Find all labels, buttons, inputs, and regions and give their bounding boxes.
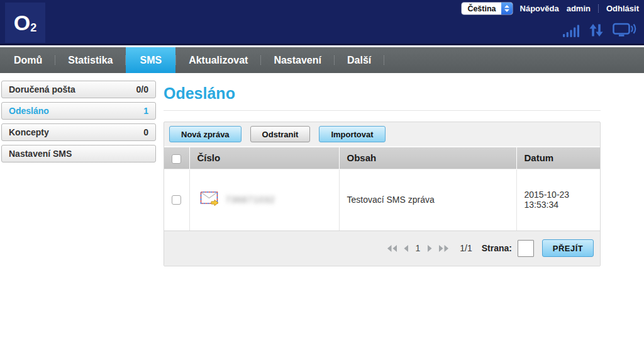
sidebar-item-nastaveni-sms[interactable]: Nastavení SMS: [1, 145, 156, 162]
sidebar-item-dorucena-posta[interactable]: Doručená pošta 0/0: [1, 81, 156, 98]
next-page-icon[interactable]: [427, 244, 433, 253]
select-stepper-icon: [501, 3, 513, 14]
delete-button[interactable]: Odstranit: [250, 126, 311, 142]
nav-item-aktualizovat[interactable]: Aktualizovat: [176, 47, 260, 73]
current-page: 1: [416, 243, 421, 253]
sidebar-item-count: 0/0: [136, 84, 148, 94]
toolbar: Nová zpráva Odstranit Importovat: [164, 122, 600, 147]
language-select-value: Čeština: [467, 4, 501, 13]
sidebar-item-label: Doručená pošta: [9, 84, 75, 94]
sms-table: Číslo Obsah Datum: [164, 147, 600, 231]
row-number-cell[interactable]: 736871032: [189, 169, 339, 230]
logout-link[interactable]: Odhlásit: [606, 4, 639, 13]
sidebar-item-count: 1: [143, 106, 148, 116]
sms-panel: Nová zpráva Odstranit Importovat Číslo O…: [164, 122, 601, 266]
last-page-icon[interactable]: [438, 244, 449, 253]
row-date-cell: 2015-10-23 13:53:34: [516, 169, 600, 230]
column-header-datum: Datum: [516, 147, 600, 169]
nav-item-domu[interactable]: Domů: [1, 47, 55, 73]
page-input[interactable]: [518, 240, 534, 257]
user-label: admin: [567, 4, 591, 13]
title-divider: [164, 110, 601, 111]
main-nav: Domů Statistika SMS Aktualizovat Nastave…: [0, 47, 644, 73]
sms-sidebar: Doručená pošta 0/0 Odesláno 1 Koncepty 0…: [1, 81, 156, 166]
row-content-cell[interactable]: Testovací SMS zpráva: [339, 169, 516, 230]
updown-traffic-icon: [589, 23, 604, 40]
sms-number-blurred: 736871032: [226, 195, 275, 205]
sidebar-item-odeslano[interactable]: Odesláno 1: [1, 102, 156, 120]
column-header-cislo: Číslo: [189, 147, 339, 169]
device-wireless-icon: [613, 23, 636, 40]
import-button[interactable]: Importovat: [319, 126, 385, 142]
main-content: Odesláno Nová zpráva Odstranit Importova…: [164, 81, 601, 266]
header-links: Čeština Nápověda admin Odhlásit: [462, 3, 639, 14]
page-input-label: Strana:: [482, 243, 512, 253]
table-header-row: Číslo Obsah Datum: [164, 147, 600, 169]
sidebar-item-koncepty[interactable]: Koncepty 0: [1, 123, 156, 141]
select-all-header: [164, 147, 189, 169]
nav-item-statistika[interactable]: Statistika: [55, 47, 125, 73]
nav-item-nastaveni[interactable]: Nastavení: [261, 47, 334, 73]
nav-item-dalsi[interactable]: Další: [335, 47, 384, 73]
sidebar-item-label: Nastavení SMS: [9, 149, 72, 159]
page-total: 1/1: [460, 243, 472, 253]
prev-page-icon[interactable]: [403, 244, 409, 253]
sidebar-item-label: Odesláno: [9, 106, 49, 116]
signal-strength-icon: [563, 25, 580, 40]
sidebar-item-count: 0: [143, 127, 148, 137]
status-icons: [563, 23, 636, 40]
new-message-button[interactable]: Nová zpráva: [169, 126, 242, 142]
table-row: 736871032 Testovací SMS zpráva 2015-10-2…: [164, 169, 600, 230]
header-separator: [598, 4, 599, 13]
row-checkbox[interactable]: [172, 195, 181, 205]
o2-logo: O2: [5, 3, 45, 43]
column-header-obsah: Obsah: [339, 147, 516, 169]
top-header: O2 Čeština Nápověda admin Odhlásit: [0, 0, 644, 45]
help-link[interactable]: Nápověda: [520, 4, 559, 13]
page-title: Odesláno: [164, 84, 601, 103]
first-page-icon[interactable]: [387, 244, 397, 253]
sent-message-icon: [200, 190, 219, 209]
language-select[interactable]: Čeština: [462, 3, 512, 14]
sidebar-item-label: Koncepty: [9, 127, 49, 137]
go-button[interactable]: PŘEJÍT: [542, 239, 594, 257]
nav-separator: [384, 55, 384, 65]
logo-text: O: [14, 11, 30, 35]
pagination-bar: 1 1/1 Strana: PŘEJÍT: [164, 231, 600, 266]
row-checkbox-cell: [164, 169, 189, 230]
logo-sub: 2: [30, 21, 36, 35]
select-all-checkbox[interactable]: [172, 154, 181, 164]
nav-item-sms[interactable]: SMS: [126, 47, 175, 73]
